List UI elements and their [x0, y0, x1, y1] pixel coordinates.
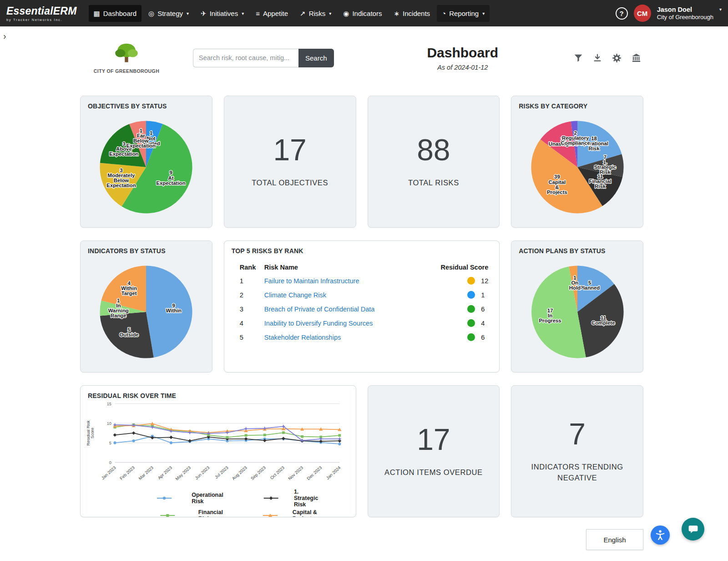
indicators-trending-negative-card: 7 INDICATORS TRENDING NEGATIVE	[511, 385, 643, 517]
risk-link[interactable]: Breach of Private of Confidential Data	[264, 306, 375, 313]
action-items-overdue-value: 17	[417, 424, 450, 454]
nav-item-strategy[interactable]: ◎ Strategy ▾	[143, 5, 194, 22]
card-title: RESIDUAL RISK OVER TIME	[88, 392, 349, 399]
total-objectives-card: 17 TOTAL OBJECTIVES	[224, 96, 356, 228]
nav-item-reporting[interactable]: ◔ Reporting ▾	[437, 5, 490, 22]
nav-item-indicators[interactable]: ◉ Indicators	[338, 5, 387, 22]
filter-button[interactable]	[573, 53, 583, 63]
nav-label: Strategy	[157, 10, 183, 17]
nav-item-risks[interactable]: ↗ Risks ▾	[295, 5, 336, 22]
table-row: 5 Stakeholder Relationships 6	[235, 330, 489, 344]
app-title: EssentialERM	[6, 5, 77, 17]
dashboard-grid: OBJECTIVES BY STATUS 1NotStarted9AtExpec…	[80, 96, 643, 517]
card-title: INDICATORS BY STATUS	[88, 247, 206, 255]
search-input[interactable]	[193, 49, 298, 67]
institution-button[interactable]	[631, 53, 642, 63]
rocket-icon: ✈	[201, 10, 207, 17]
svg-text:Aug 2023: Aug 2023	[231, 465, 248, 481]
residual-score-value: 6	[481, 306, 488, 313]
indicators-trending-value: 7	[569, 419, 586, 449]
action-plans-by-status-card: ACTION PLANS BY STATUS 5Planned11Complet…	[511, 240, 643, 372]
line-chart-legend: Operational Risk1. Strategic RiskFinanci…	[141, 489, 319, 517]
svg-text:May 2023: May 2023	[174, 465, 192, 481]
risk-link[interactable]: Stakeholder Relationships	[264, 334, 341, 341]
download-button[interactable]	[592, 53, 602, 63]
residual-score-dot	[467, 291, 475, 299]
residual-score-dot	[467, 333, 475, 341]
sliders-icon: ≡	[256, 10, 260, 17]
trend-arrow-icon: ↗	[300, 10, 306, 17]
risks-by-category-pie-chart[interactable]: 18OperationalRisk71.StrategicRisk11Finan…	[518, 110, 637, 224]
main-content: CITY OF GREENBOROUGH Search Dashboard As…	[80, 26, 643, 517]
legend-item[interactable]: Financial Risk	[141, 509, 223, 517]
risk-link[interactable]: Inability to Diversify Funding Sources	[264, 320, 373, 327]
help-button[interactable]: ?	[616, 7, 628, 20]
chevron-down-icon: ▾	[329, 11, 331, 16]
chat-button[interactable]	[682, 518, 704, 541]
objectives-by-status-card: OBJECTIVES BY STATUS 1NotStarted9AtExpec…	[80, 96, 212, 228]
residual-risk-line-chart[interactable]: 051015Jan 2023Feb 2023Mar 2023Apr 2023Ma…	[87, 399, 349, 517]
card-title: RISKS BY CATEGORY	[519, 102, 637, 110]
nav-label: Indicators	[352, 10, 382, 17]
svg-text:Oct 2023: Oct 2023	[269, 465, 285, 480]
svg-text:5: 5	[109, 441, 111, 445]
top5-risks-table: Rank Risk Name Residual Score 1 Failure …	[231, 260, 493, 344]
action-items-overdue-card: 17 ACTION ITEMS OVERDUE	[368, 385, 500, 517]
page-title: Dashboard	[352, 45, 573, 61]
pie-chart-icon: ◔	[442, 10, 446, 17]
objectives-by-status-pie-chart[interactable]: 1NotStarted9AtExpectation3ModeratelyBelo…	[87, 110, 206, 224]
rank-cell: 4	[235, 320, 264, 327]
language-button[interactable]: English	[586, 529, 643, 550]
bank-icon	[631, 53, 642, 63]
rank-cell: 5	[235, 334, 264, 341]
total-objectives-label: TOTAL OBJECTIVES	[252, 178, 328, 189]
action-plans-by-status-pie-chart[interactable]: 5Planned11Complete17InProgress1OnHold	[518, 255, 637, 369]
legend-item[interactable]: Capital & Projects	[252, 509, 319, 517]
nav-item-appetite[interactable]: ≡ Appetite	[251, 5, 293, 22]
user-menu-chevron-icon[interactable]: ▾	[719, 7, 722, 12]
top5-risks-card: TOP 5 RISKS BY RANK Rank Risk Name Resid…	[224, 240, 500, 372]
nav-label: Dashboard	[103, 10, 136, 17]
legend-item[interactable]: 1. Strategic Risk	[252, 489, 319, 508]
user-organization: City of Greenborough	[657, 14, 713, 21]
indicators-by-status-pie-chart[interactable]: 9Within5Outside1InWarningRange4WithinTar…	[87, 255, 206, 369]
residual-score-dot	[467, 277, 475, 285]
svg-text:15: 15	[107, 402, 111, 406]
indicators-trending-label: INDICATORS TRENDING NEGATIVE	[521, 462, 634, 484]
nav-label: Risks	[309, 10, 326, 17]
nav-item-incidents[interactable]: ∗ Incidents	[389, 5, 435, 22]
nav-label: Appetite	[263, 10, 288, 17]
settings-button[interactable]	[612, 53, 622, 63]
risk-link[interactable]: Failure to Maintain Infrastructure	[264, 277, 359, 285]
legend-item[interactable]: Operational Risk	[141, 489, 223, 508]
residual-score-column-header: Residual Score	[429, 264, 488, 271]
risk-name-column-header: Risk Name	[264, 264, 430, 271]
rank-cell: 2	[235, 291, 264, 299]
chat-bubble-icon	[688, 524, 699, 535]
header-toolbar	[573, 53, 642, 63]
svg-text:Nov 2023: Nov 2023	[287, 465, 304, 481]
target-icon: ◎	[148, 10, 154, 17]
as-of-date: As of 2024-01-12	[352, 64, 573, 71]
residual-score-dot	[467, 305, 475, 313]
sidebar-expand-button[interactable]: ›	[3, 31, 6, 41]
svg-text:10: 10	[107, 421, 111, 426]
nav-item-initiatives[interactable]: ✈ Initiatives ▾	[196, 5, 249, 22]
avatar[interactable]: CM	[634, 5, 651, 22]
nav-item-dashboard[interactable]: ▦ Dashboard	[89, 5, 142, 22]
rank-column-header: Rank	[235, 264, 264, 271]
app-logo[interactable]: EssentialERM by Tracker Networks Inc.	[6, 5, 77, 22]
nav-label: Reporting	[449, 10, 479, 17]
accessibility-button[interactable]	[651, 525, 670, 545]
residual-risk-over-time-card: RESIDUAL RISK OVER TIME 051015Jan 2023Fe…	[80, 385, 356, 517]
svg-text:Residual RiskScore: Residual RiskScore	[87, 420, 95, 446]
risk-link[interactable]: Climate Change Risk	[264, 291, 326, 299]
search-button[interactable]: Search	[298, 49, 334, 67]
svg-text:Jan 2024: Jan 2024	[325, 465, 341, 480]
nav-label: Initiatives	[210, 10, 238, 17]
app-subtitle: by Tracker Networks Inc.	[6, 18, 77, 22]
risks-by-category-card: RISKS BY CATEGORY 18OperationalRisk71.St…	[511, 96, 643, 228]
user-info[interactable]: Jason Doel City of Greenborough	[657, 6, 713, 21]
svg-text:Apr 2023: Apr 2023	[157, 465, 173, 480]
accessibility-person-icon	[654, 529, 666, 541]
